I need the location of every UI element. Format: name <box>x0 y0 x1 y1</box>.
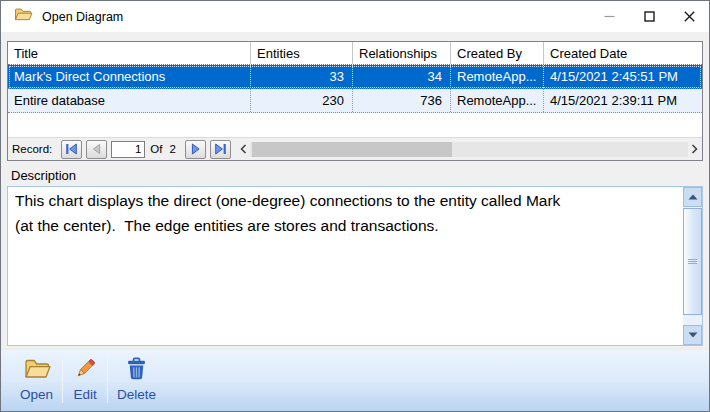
maximize-button[interactable] <box>629 1 669 32</box>
record-navigator: Record: Of 2 <box>8 137 702 160</box>
column-header-title[interactable]: Title <box>8 42 251 64</box>
previous-record-icon <box>90 143 103 155</box>
caption-buttons <box>589 1 709 32</box>
horizontal-scroll-track[interactable] <box>250 142 688 157</box>
cell-relationships: 736 <box>353 89 451 112</box>
column-header-created-date[interactable]: Created Date <box>544 42 702 64</box>
scroll-down-icon <box>688 332 698 338</box>
last-record-button[interactable] <box>210 140 231 159</box>
description-label: Description <box>11 168 703 183</box>
delete-button-label: Delete <box>117 387 156 402</box>
open-button-label: Open <box>20 387 53 402</box>
description-box: This chart displays the direct (one-degr… <box>7 186 703 346</box>
vertical-scroll-track[interactable] <box>683 207 702 325</box>
record-number-input[interactable] <box>111 141 145 158</box>
bottom-toolbar: Open Edit <box>1 348 709 411</box>
column-header-entities[interactable]: Entities <box>251 42 353 64</box>
next-record-button[interactable] <box>185 140 206 159</box>
cell-created-by: RemoteApp... <box>451 89 544 112</box>
previous-record-button[interactable] <box>86 140 107 159</box>
table-row-selected[interactable]: Mark's Direct Connections 33 34 RemoteAp… <box>8 65 702 89</box>
open-button[interactable]: Open <box>11 355 62 402</box>
open-folder-icon <box>23 357 51 385</box>
first-record-icon <box>65 143 78 155</box>
titlebar: Open Diagram <box>1 1 709 32</box>
delete-button[interactable]: Delete <box>108 355 165 402</box>
column-header-created-by[interactable]: Created By <box>451 42 544 64</box>
scroll-down-button[interactable] <box>683 325 702 345</box>
cell-created-date: 4/15/2021 2:45:51 PM <box>544 65 702 88</box>
dialog-body: Title Entities Relationships Created By … <box>1 32 709 348</box>
scroll-up-icon <box>688 194 698 200</box>
horizontal-scrollbar[interactable] <box>238 141 700 158</box>
delete-trash-icon <box>124 357 149 385</box>
window-title: Open Diagram <box>42 10 123 24</box>
cell-created-by: RemoteApp... <box>451 65 544 88</box>
record-label: Record: <box>12 143 52 155</box>
open-diagram-dialog: Open Diagram Title Entities Relationsh <box>0 0 710 412</box>
close-button[interactable] <box>669 1 709 32</box>
scroll-right-icon[interactable] <box>688 141 700 158</box>
diagram-grid: Title Entities Relationships Created By … <box>7 41 703 161</box>
edit-button-label: Edit <box>73 387 96 402</box>
edit-pencil-icon <box>72 357 98 385</box>
cell-created-date: 4/15/2021 2:39:11 PM <box>544 89 702 112</box>
next-record-icon <box>189 143 202 155</box>
edit-button[interactable]: Edit <box>63 355 107 402</box>
description-textarea[interactable]: This chart displays the direct (one-degr… <box>8 187 682 345</box>
last-record-icon <box>214 143 227 155</box>
table-row[interactable]: Entire database 230 736 RemoteApp... 4/1… <box>8 89 702 113</box>
column-header-relationships[interactable]: Relationships <box>353 42 451 64</box>
cell-title: Mark's Direct Connections <box>8 65 251 88</box>
scroll-up-button[interactable] <box>683 187 702 207</box>
grid-header-row: Title Entities Relationships Created By … <box>8 42 702 65</box>
horizontal-scroll-thumb[interactable] <box>252 142 452 157</box>
open-folder-icon <box>14 7 33 26</box>
grid-empty-area <box>8 113 702 137</box>
scroll-left-icon[interactable] <box>238 141 250 158</box>
record-of-label: Of <box>150 143 162 155</box>
vertical-scroll-thumb[interactable] <box>683 208 702 315</box>
first-record-button[interactable] <box>61 140 82 159</box>
scroll-thumb-grip <box>688 259 697 264</box>
vertical-scrollbar[interactable] <box>683 187 702 345</box>
cell-entities: 230 <box>251 89 353 112</box>
minimize-button[interactable] <box>589 1 629 32</box>
record-total: 2 <box>169 143 175 155</box>
cell-relationships: 34 <box>353 65 451 88</box>
cell-title: Entire database <box>8 89 251 112</box>
cell-entities: 33 <box>251 65 353 88</box>
